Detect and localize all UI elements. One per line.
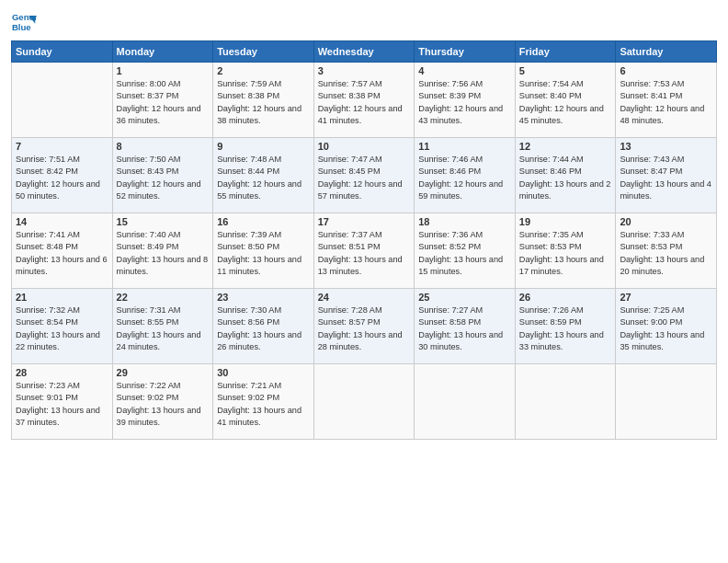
cell-info: Sunrise: 7:27 AMSunset: 8:58 PMDaylight:… xyxy=(418,304,511,353)
cell-info: Sunrise: 8:00 AMSunset: 8:37 PMDaylight:… xyxy=(117,78,210,127)
cell-info: Sunrise: 7:59 AMSunset: 8:38 PMDaylight:… xyxy=(217,78,310,127)
calendar-cell: 29 Sunrise: 7:22 AMSunset: 9:02 PMDaylig… xyxy=(112,364,213,440)
calendar-cell: 1 Sunrise: 8:00 AMSunset: 8:37 PMDayligh… xyxy=(112,63,213,138)
cell-info: Sunrise: 7:32 AMSunset: 8:54 PMDaylight:… xyxy=(16,304,108,353)
calendar-header-row: SundayMondayTuesdayWednesdayThursdayFrid… xyxy=(12,41,717,63)
day-number: 9 xyxy=(217,141,310,152)
cell-info: Sunrise: 7:44 AMSunset: 8:46 PMDaylight:… xyxy=(519,154,612,202)
day-number: 8 xyxy=(117,141,210,152)
day-number: 3 xyxy=(318,65,411,76)
calendar-cell: 25 Sunrise: 7:27 AMSunset: 8:58 PMDaylig… xyxy=(415,289,516,364)
calendar-cell: 23 Sunrise: 7:30 AMSunset: 8:56 PMDaylig… xyxy=(213,289,314,364)
calendar-cell: 16 Sunrise: 7:39 AMSunset: 8:50 PMDaylig… xyxy=(213,213,314,289)
logo: General Blue xyxy=(11,9,40,35)
calendar-cell: 26 Sunrise: 7:26 AMSunset: 8:59 PMDaylig… xyxy=(515,289,616,364)
cell-info: Sunrise: 7:22 AMSunset: 9:02 PMDaylight:… xyxy=(117,380,210,429)
day-number: 22 xyxy=(117,292,210,303)
calendar-cell: 15 Sunrise: 7:40 AMSunset: 8:49 PMDaylig… xyxy=(112,213,213,289)
cell-info: Sunrise: 7:36 AMSunset: 8:52 PMDaylight:… xyxy=(418,229,511,278)
cell-info: Sunrise: 7:39 AMSunset: 8:50 PMDaylight:… xyxy=(217,229,310,278)
calendar-week-1: 1 Sunrise: 8:00 AMSunset: 8:37 PMDayligh… xyxy=(12,63,717,138)
calendar-week-5: 28 Sunrise: 7:23 AMSunset: 9:01 PMDaylig… xyxy=(12,364,717,440)
day-number: 12 xyxy=(519,141,612,152)
calendar-cell: 21 Sunrise: 7:32 AMSunset: 8:54 PMDaylig… xyxy=(12,289,113,364)
day-number: 11 xyxy=(418,141,511,152)
calendar-cell xyxy=(515,364,616,440)
calendar-cell: 11 Sunrise: 7:46 AMSunset: 8:46 PMDaylig… xyxy=(415,138,516,213)
day-number: 29 xyxy=(117,367,210,378)
calendar-cell: 13 Sunrise: 7:43 AMSunset: 8:47 PMDaylig… xyxy=(616,138,717,213)
header-cell-monday: Monday xyxy=(112,41,213,63)
calendar-cell: 3 Sunrise: 7:57 AMSunset: 8:38 PMDayligh… xyxy=(313,63,415,138)
header-cell-thursday: Thursday xyxy=(415,41,516,63)
day-number: 25 xyxy=(418,292,511,303)
calendar-cell: 2 Sunrise: 7:59 AMSunset: 8:38 PMDayligh… xyxy=(213,63,314,138)
cell-info: Sunrise: 7:31 AMSunset: 8:55 PMDaylight:… xyxy=(117,304,210,353)
header-cell-sunday: Sunday xyxy=(12,41,113,63)
day-number: 10 xyxy=(318,141,411,152)
svg-text:Blue: Blue xyxy=(12,22,31,32)
calendar-cell: 18 Sunrise: 7:36 AMSunset: 8:52 PMDaylig… xyxy=(415,213,516,289)
cell-info: Sunrise: 7:26 AMSunset: 8:59 PMDaylight:… xyxy=(519,304,612,353)
calendar-cell xyxy=(313,364,415,440)
page-header: General Blue xyxy=(11,9,717,35)
calendar-cell: 20 Sunrise: 7:33 AMSunset: 8:53 PMDaylig… xyxy=(616,213,717,289)
day-number: 15 xyxy=(117,216,210,227)
header-cell-wednesday: Wednesday xyxy=(313,41,415,63)
calendar-week-2: 7 Sunrise: 7:51 AMSunset: 8:42 PMDayligh… xyxy=(12,138,717,213)
cell-info: Sunrise: 7:21 AMSunset: 9:02 PMDaylight:… xyxy=(217,380,310,429)
calendar-cell: 7 Sunrise: 7:51 AMSunset: 8:42 PMDayligh… xyxy=(12,138,113,213)
calendar-cell: 27 Sunrise: 7:25 AMSunset: 9:00 PMDaylig… xyxy=(616,289,717,364)
cell-info: Sunrise: 7:48 AMSunset: 8:44 PMDaylight:… xyxy=(217,154,310,202)
day-number: 1 xyxy=(117,65,210,76)
day-number: 23 xyxy=(217,292,310,303)
day-number: 2 xyxy=(217,65,310,76)
calendar-cell: 9 Sunrise: 7:48 AMSunset: 8:44 PMDayligh… xyxy=(213,138,314,213)
cell-info: Sunrise: 7:51 AMSunset: 8:42 PMDaylight:… xyxy=(16,154,108,202)
cell-info: Sunrise: 7:30 AMSunset: 8:56 PMDaylight:… xyxy=(217,304,310,353)
calendar-table: SundayMondayTuesdayWednesdayThursdayFrid… xyxy=(11,40,717,440)
calendar-cell: 19 Sunrise: 7:35 AMSunset: 8:53 PMDaylig… xyxy=(515,213,616,289)
day-number: 18 xyxy=(418,216,511,227)
calendar-cell: 5 Sunrise: 7:54 AMSunset: 8:40 PMDayligh… xyxy=(515,63,616,138)
day-number: 17 xyxy=(318,216,411,227)
calendar-cell xyxy=(12,63,113,138)
cell-info: Sunrise: 7:46 AMSunset: 8:46 PMDaylight:… xyxy=(418,154,511,202)
day-number: 20 xyxy=(620,216,712,227)
calendar-cell: 6 Sunrise: 7:53 AMSunset: 8:41 PMDayligh… xyxy=(616,63,717,138)
calendar-cell: 22 Sunrise: 7:31 AMSunset: 8:55 PMDaylig… xyxy=(112,289,213,364)
day-number: 6 xyxy=(620,65,712,76)
calendar-cell: 14 Sunrise: 7:41 AMSunset: 8:48 PMDaylig… xyxy=(12,213,113,289)
day-number: 5 xyxy=(519,65,612,76)
cell-info: Sunrise: 7:47 AMSunset: 8:45 PMDaylight:… xyxy=(318,154,411,202)
calendar-cell: 10 Sunrise: 7:47 AMSunset: 8:45 PMDaylig… xyxy=(313,138,415,213)
calendar-cell: 8 Sunrise: 7:50 AMSunset: 8:43 PMDayligh… xyxy=(112,138,213,213)
calendar-cell: 4 Sunrise: 7:56 AMSunset: 8:39 PMDayligh… xyxy=(415,63,516,138)
day-number: 24 xyxy=(318,292,411,303)
day-number: 26 xyxy=(519,292,612,303)
cell-info: Sunrise: 7:50 AMSunset: 8:43 PMDaylight:… xyxy=(117,154,210,202)
day-number: 16 xyxy=(217,216,310,227)
calendar-cell: 28 Sunrise: 7:23 AMSunset: 9:01 PMDaylig… xyxy=(12,364,113,440)
cell-info: Sunrise: 7:28 AMSunset: 8:57 PMDaylight:… xyxy=(318,304,411,353)
day-number: 13 xyxy=(620,141,712,152)
day-number: 19 xyxy=(519,216,612,227)
cell-info: Sunrise: 7:56 AMSunset: 8:39 PMDaylight:… xyxy=(418,78,511,127)
day-number: 27 xyxy=(620,292,712,303)
cell-info: Sunrise: 7:33 AMSunset: 8:53 PMDaylight:… xyxy=(620,229,712,278)
header-cell-saturday: Saturday xyxy=(616,41,717,63)
calendar-cell xyxy=(616,364,717,440)
cell-info: Sunrise: 7:43 AMSunset: 8:47 PMDaylight:… xyxy=(620,154,712,202)
cell-info: Sunrise: 7:41 AMSunset: 8:48 PMDaylight:… xyxy=(16,229,108,278)
header-cell-friday: Friday xyxy=(515,41,616,63)
cell-info: Sunrise: 7:40 AMSunset: 8:49 PMDaylight:… xyxy=(117,229,210,278)
calendar-cell: 24 Sunrise: 7:28 AMSunset: 8:57 PMDaylig… xyxy=(313,289,415,364)
day-number: 21 xyxy=(16,292,108,303)
header-cell-tuesday: Tuesday xyxy=(213,41,314,63)
day-number: 14 xyxy=(16,216,108,227)
cell-info: Sunrise: 7:23 AMSunset: 9:01 PMDaylight:… xyxy=(16,380,108,429)
day-number: 28 xyxy=(16,367,108,378)
day-number: 7 xyxy=(16,141,108,152)
cell-info: Sunrise: 7:54 AMSunset: 8:40 PMDaylight:… xyxy=(519,78,612,127)
cell-info: Sunrise: 7:37 AMSunset: 8:51 PMDaylight:… xyxy=(318,229,411,278)
